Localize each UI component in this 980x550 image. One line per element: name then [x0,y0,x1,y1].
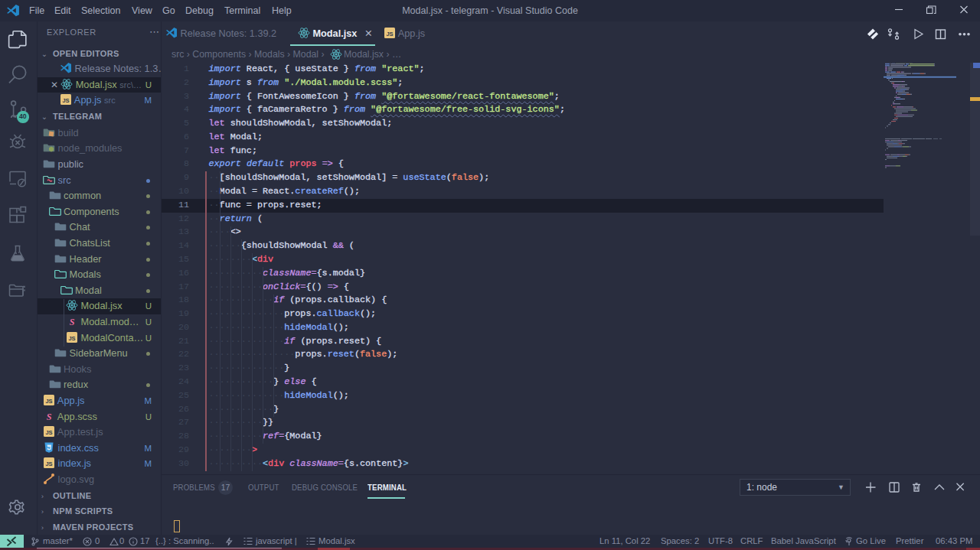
svg-text:JS: JS [68,335,75,342]
svg-text:JS: JS [386,31,393,37]
svg-text:JS: JS [62,97,69,104]
svg-text:JS: JS [45,461,52,467]
svg-text:JS: JS [45,398,52,405]
svg-text:JS: JS [45,429,52,436]
svg-text:S: S [47,411,52,421]
svg-text:S: S [70,316,75,327]
